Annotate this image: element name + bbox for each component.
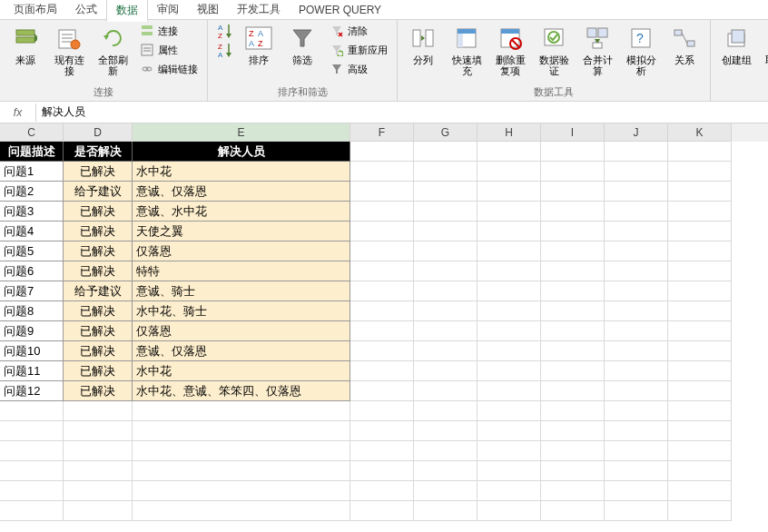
cell-empty[interactable] bbox=[350, 321, 414, 341]
cell-c[interactable]: 问题2 bbox=[0, 182, 64, 202]
cell-empty[interactable] bbox=[478, 481, 541, 501]
cell-empty[interactable] bbox=[350, 281, 414, 301]
cell-empty[interactable] bbox=[478, 301, 541, 321]
cell-empty[interactable] bbox=[668, 202, 732, 222]
cell-empty[interactable] bbox=[668, 281, 732, 301]
cell-empty[interactable] bbox=[478, 501, 541, 521]
cell-empty[interactable] bbox=[668, 401, 732, 421]
cell-empty[interactable] bbox=[414, 202, 478, 222]
cell-empty[interactable] bbox=[541, 501, 605, 521]
cell-empty[interactable] bbox=[414, 461, 478, 481]
cell-empty[interactable] bbox=[478, 321, 541, 341]
cell-empty[interactable] bbox=[0, 481, 64, 501]
cell-empty[interactable] bbox=[478, 281, 541, 301]
cell-empty[interactable] bbox=[541, 341, 605, 361]
cell-empty[interactable] bbox=[414, 222, 478, 241]
cell-empty[interactable] bbox=[605, 461, 668, 481]
cell-empty[interactable] bbox=[541, 481, 605, 501]
cell-empty[interactable] bbox=[541, 421, 605, 441]
cell-empty[interactable] bbox=[350, 501, 414, 521]
cell-empty[interactable] bbox=[350, 241, 414, 261]
properties-button[interactable]: 属性 bbox=[136, 41, 202, 59]
cell-c[interactable]: 问题10 bbox=[0, 341, 64, 361]
cell-e[interactable]: 水中花、骑士 bbox=[133, 301, 350, 321]
cell-e[interactable]: 意诚、骑士 bbox=[133, 281, 350, 301]
cell-d[interactable]: 已解决 bbox=[64, 341, 133, 361]
col-header-K[interactable]: K bbox=[668, 123, 732, 142]
cell-empty[interactable] bbox=[668, 361, 732, 381]
cell-empty[interactable] bbox=[0, 401, 64, 421]
col-header-F[interactable]: F bbox=[350, 123, 414, 142]
col-header-G[interactable]: G bbox=[414, 123, 478, 142]
col-header-H[interactable]: H bbox=[478, 123, 541, 142]
cell-empty[interactable] bbox=[541, 441, 605, 461]
cell-empty[interactable] bbox=[478, 461, 541, 481]
cell-c[interactable]: 问题7 bbox=[0, 281, 64, 301]
cell-empty[interactable] bbox=[668, 301, 732, 321]
cell-empty[interactable] bbox=[414, 381, 478, 401]
cell-empty[interactable] bbox=[350, 341, 414, 361]
relations-button[interactable]: 关系 bbox=[665, 22, 704, 67]
cell-empty[interactable] bbox=[478, 401, 541, 421]
formula-input[interactable] bbox=[36, 103, 768, 122]
cell-empty[interactable] bbox=[133, 441, 350, 461]
cell-d[interactable]: 已解决 bbox=[64, 261, 133, 281]
cell-empty[interactable] bbox=[605, 241, 668, 261]
cell-d[interactable]: 已解决 bbox=[64, 202, 133, 222]
cell-empty[interactable] bbox=[541, 301, 605, 321]
cell-empty[interactable] bbox=[133, 461, 350, 481]
cell-empty[interactable] bbox=[414, 261, 478, 281]
cell-empty[interactable] bbox=[478, 381, 541, 401]
connections-button[interactable]: 连接 bbox=[136, 22, 202, 40]
cell-empty[interactable] bbox=[541, 261, 605, 281]
sort-desc-button[interactable]: ZA bbox=[213, 41, 235, 59]
cell-e[interactable]: 天使之翼 bbox=[133, 222, 350, 241]
cell-empty[interactable] bbox=[605, 401, 668, 421]
cell-d[interactable]: 给予建议 bbox=[64, 182, 133, 202]
cell-empty[interactable] bbox=[414, 301, 478, 321]
cell-empty[interactable] bbox=[414, 361, 478, 381]
cell-empty[interactable] bbox=[414, 162, 478, 182]
source-button[interactable]: 来源 bbox=[5, 22, 45, 67]
cell-d[interactable]: 已解决 bbox=[64, 361, 133, 381]
refresh-all-button[interactable]: 全部刷新 bbox=[93, 22, 133, 78]
cell-empty[interactable] bbox=[605, 142, 668, 162]
cell-empty[interactable] bbox=[668, 481, 732, 501]
cell-empty[interactable] bbox=[64, 421, 133, 441]
cell-e[interactable]: 仅落恩 bbox=[133, 321, 350, 341]
cell-empty[interactable] bbox=[0, 501, 64, 521]
cell-empty[interactable] bbox=[414, 281, 478, 301]
cell-e[interactable]: 意诚、水中花 bbox=[133, 202, 350, 222]
cell-empty[interactable] bbox=[414, 321, 478, 341]
group-button[interactable]: 创建组 bbox=[716, 22, 756, 67]
reapply-button[interactable]: 重新应用 bbox=[326, 41, 391, 59]
cell-empty[interactable] bbox=[668, 162, 732, 182]
cell-empty[interactable] bbox=[478, 182, 541, 202]
cell-empty[interactable] bbox=[478, 261, 541, 281]
tab-formulas[interactable]: 公式 bbox=[66, 0, 106, 20]
cell-empty[interactable] bbox=[668, 142, 732, 162]
cell-empty[interactable] bbox=[668, 421, 732, 441]
flashfill-button[interactable]: 快速填充 bbox=[447, 22, 487, 78]
cell-empty[interactable] bbox=[541, 361, 605, 381]
sort-asc-button[interactable]: AZ bbox=[213, 22, 235, 40]
cell-empty[interactable] bbox=[605, 222, 668, 241]
cell-empty[interactable] bbox=[64, 461, 133, 481]
clear-filter-button[interactable]: 清除 bbox=[326, 22, 391, 40]
ungroup-button[interactable]: 取消组 bbox=[760, 22, 768, 67]
cell-empty[interactable] bbox=[605, 341, 668, 361]
cell-e[interactable]: 水中花、意诚、笨笨四、仅落恩 bbox=[133, 381, 350, 401]
cell-empty[interactable] bbox=[541, 401, 605, 421]
cell-empty[interactable] bbox=[605, 481, 668, 501]
cell-empty[interactable] bbox=[478, 222, 541, 241]
cell-empty[interactable] bbox=[414, 182, 478, 202]
cell-e[interactable]: 意诚、仅落恩 bbox=[133, 182, 350, 202]
cell-empty[interactable] bbox=[541, 241, 605, 261]
cell-c[interactable]: 问题12 bbox=[0, 381, 64, 401]
cell-empty[interactable] bbox=[541, 162, 605, 182]
cell-d[interactable]: 已解决 bbox=[64, 241, 133, 261]
tab-powerquery[interactable]: POWER QUERY bbox=[290, 1, 390, 19]
cell-empty[interactable] bbox=[0, 461, 64, 481]
cell-c[interactable]: 问题8 bbox=[0, 301, 64, 321]
cell-empty[interactable] bbox=[605, 321, 668, 341]
